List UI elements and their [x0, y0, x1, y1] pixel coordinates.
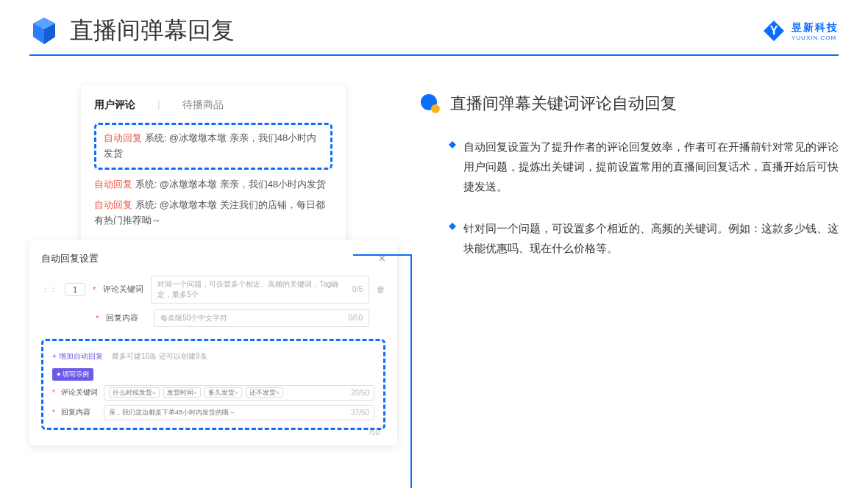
- modal-title: 自动回复设置: [41, 252, 99, 265]
- comment-row: 自动回复 系统: @冰墩墩本墩 亲亲，我们48小时内发货: [94, 177, 332, 193]
- diamond-bullet-icon: [449, 141, 456, 148]
- close-icon[interactable]: ×: [379, 252, 385, 265]
- example-badge: ● 填写示例: [52, 368, 93, 381]
- brand-logo: Y 昱新科技 YUUXIN.COM: [762, 19, 839, 43]
- example-keyword-input[interactable]: 什么时候发货× 发货时间× 多久发货× 还不发货× 20/50: [104, 385, 374, 401]
- svg-point-2: [431, 104, 440, 113]
- comment-row: 自动回复 系统: @冰墩墩本墩 关注我们的店铺，每日都有热门推荐呦～: [94, 198, 332, 229]
- highlighted-comment: 自动回复 系统: @冰墩墩本墩 亲亲，我们48小时内发货: [94, 123, 332, 170]
- svg-text:Y: Y: [770, 24, 778, 37]
- auto-reply-settings-modal: 自动回复设置 × ⋮⋮ 1 * 评论关键词 对同一个问题，可设置多个相近、高频的…: [29, 240, 397, 445]
- content-input[interactable]: 每条限50个中文字符 0/50: [154, 309, 369, 327]
- page-title: 直播间弹幕回复: [70, 15, 235, 47]
- tab-user-comments[interactable]: 用户评论: [94, 98, 135, 112]
- rule-number: 1: [65, 283, 85, 296]
- bullet-text: 针对同一个问题，可设置多个相近的、高频的关键词。例如：这款多少钱、这块能优惠吗、…: [463, 218, 839, 258]
- comments-panel: 用户评论 | 待播商品 自动回复 系统: @冰墩墩本墩 亲亲，我们48小时内发货…: [81, 85, 346, 248]
- delete-icon[interactable]: 🗑: [377, 284, 385, 295]
- diamond-bullet-icon: [449, 223, 456, 230]
- cube-icon: [29, 16, 59, 46]
- add-auto-reply-link[interactable]: + 增加自动回复: [52, 351, 103, 362]
- chat-bubble-icon: [419, 93, 441, 115]
- tab-pending-products[interactable]: 待播商品: [182, 98, 224, 112]
- example-content-input[interactable]: 亲，我们这边都是下单48小时内发货的哦～ 37/50: [104, 405, 374, 420]
- section-title: 直播间弹幕关键词评论自动回复: [450, 93, 677, 115]
- bullet-text: 自动回复设置为了提升作者的评论回复效率，作者可在开播前针对常见的评论用户问题，提…: [463, 137, 839, 196]
- example-section: + 增加自动回复 最多可建10条 还可以创建9条 ● 填写示例 * 评论关键词 …: [41, 339, 385, 430]
- keyword-input[interactable]: 对同一个问题，可设置多个相近、高频的关键词，Tag确定，最多5个 0/5: [151, 276, 369, 304]
